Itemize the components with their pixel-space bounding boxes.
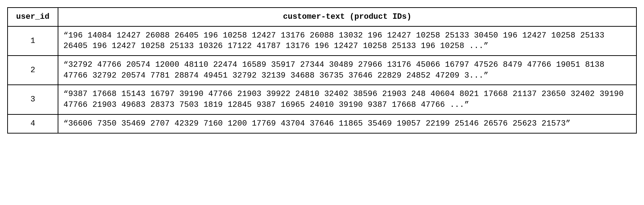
- table-row: 1 “196 14084 12427 26088 26405 196 10258…: [8, 26, 636, 56]
- column-header-user-id: user_id: [8, 8, 58, 26]
- cell-user-id: 3: [8, 85, 58, 114]
- cell-customer-text: “32792 47766 20574 12000 48110 22474 165…: [58, 56, 636, 85]
- table-header-row: user_id customer-text (product IDs): [8, 8, 636, 26]
- column-header-customer-text: customer-text (product IDs): [58, 8, 636, 26]
- table-row: 2 “32792 47766 20574 12000 48110 22474 1…: [8, 56, 636, 85]
- cell-user-id: 4: [8, 114, 58, 133]
- table-row: 3 “9387 17668 15143 16797 39190 47766 21…: [8, 85, 636, 114]
- cell-user-id: 2: [8, 56, 58, 85]
- table-row: 4 “36606 7350 35469 2707 42329 7160 1200…: [8, 114, 636, 133]
- cell-user-id: 1: [8, 26, 58, 56]
- cell-customer-text: “196 14084 12427 26088 26405 196 10258 1…: [58, 26, 636, 56]
- data-table: user_id customer-text (product IDs) 1 “1…: [7, 7, 637, 134]
- cell-customer-text: “9387 17668 15143 16797 39190 47766 2190…: [58, 85, 636, 114]
- cell-customer-text: “36606 7350 35469 2707 42329 7160 1200 1…: [58, 114, 636, 133]
